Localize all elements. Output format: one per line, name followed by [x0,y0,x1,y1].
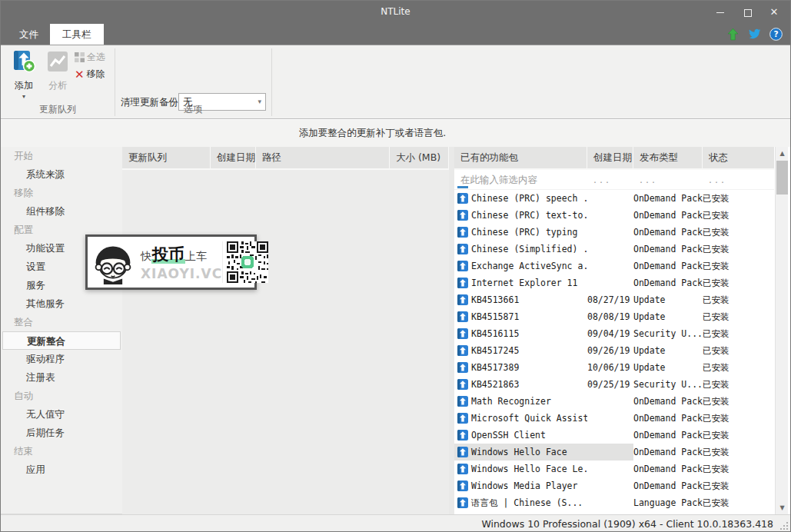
svg-text:?: ? [773,29,778,39]
group-label-options: 选项 [115,103,271,116]
filter-status[interactable]: . . . [703,170,774,190]
sidebar-item[interactable]: 系统来源 [1,165,122,184]
pack-status: 已安装 [703,207,774,224]
update-check-icon[interactable] [726,28,739,41]
sidebar-section-3: 整合 [1,313,122,331]
package-update-icon [457,227,468,238]
remove-button[interactable]: ✕移除 [75,68,105,83]
resize-grip[interactable] [779,521,789,530]
filter-date[interactable]: . . . [587,170,633,190]
feature-pack-row[interactable]: KB451366108/27/19Update已安装 [454,291,774,308]
add-dropdown-arrow-icon: ▾ [7,94,41,100]
scrollbar-thumb[interactable] [776,161,788,195]
col-size-mb[interactable]: 大小 (MB) [390,147,449,168]
feature-pack-row[interactable]: KB452186309/25/19Security U...已安装 [454,376,774,393]
pack-name: KB4513661 [454,291,587,308]
pack-status: 已安装 [703,342,774,359]
package-update-icon [457,210,468,221]
maximize-button[interactable] [736,4,759,21]
tab-file[interactable]: 文件 [7,24,51,45]
feature-pack-row[interactable]: Math RecognizerOnDemand Pack已安装 [454,393,774,410]
feature-pack-row[interactable]: Chinese (PRC) typingOnDemand Pack已安装 [454,224,774,241]
filter-type[interactable]: . . . [633,170,703,190]
pack-name: Internet Explorer 11 [454,274,587,291]
pack-status: 已安装 [703,461,774,477]
pack-date [587,274,633,291]
pack-date: 10/06/19 [587,359,633,376]
group-label-update-queue: 更新队列 [1,103,115,116]
feature-pack-row[interactable]: Windows Hello Face Le...OnDemand Pack已安装 [454,461,774,477]
sidebar-item[interactable]: 驱动程序 [1,350,122,368]
col-existing-packs[interactable]: 已有的功能包 [454,147,587,168]
feature-packs-panel: 已有的功能包 创建日期 发布类型 状态 在此输入筛选内容 . . . . . .… [454,147,791,514]
feature-pack-row[interactable]: KB451587108/08/19Update已安装 [454,308,774,325]
feature-pack-row[interactable]: Windows Media PlayerOnDemand Pack已安装 [454,477,774,494]
analyze-chart-icon [45,49,70,74]
feature-pack-row[interactable]: Exchange ActiveSync a...OnDemand Pack已安装 [454,258,774,274]
pack-name: Windows Hello Face Le... [454,461,587,477]
feature-pack-row[interactable]: 语言包 | Chinese (S...Language Pack已安装 [454,494,774,511]
pack-date [587,444,633,461]
sidebar-item[interactable]: 组件移除 [1,202,122,221]
pack-type: Update [633,308,703,325]
scroll-up-icon[interactable]: ▲ [776,147,789,160]
sidebar-item[interactable]: 更新整合 [2,331,121,350]
feature-pack-row[interactable]: Chinese (Simplified) ...OnDemand Pack已安装 [454,241,774,258]
feature-pack-row[interactable]: Chinese (PRC) text-to...OnDemand Pack已安装 [454,207,774,224]
sidebar-section-4: 自动 [1,387,122,405]
sidebar-item[interactable]: 应用 [1,461,122,479]
sidebar-item[interactable]: 其他服务 [1,294,122,313]
scroll-down-icon[interactable]: ▼ [776,501,789,514]
sidebar-section-1: 移除 [1,184,122,202]
help-icon[interactable]: ? [769,28,783,41]
pack-name: Microsoft Quick Assist [454,410,587,427]
package-update-icon [457,497,468,508]
pack-date [587,393,633,410]
feature-pack-row[interactable]: Internet Explorer 11OnDemand Pack已安装 [454,274,774,291]
twitter-icon[interactable] [748,28,761,41]
sidebar-item[interactable]: 无人值守 [1,405,122,424]
feature-pack-row[interactable]: KB451724509/26/19Update已安装 [454,342,774,359]
pack-date: 09/26/19 [587,342,633,359]
pack-status: 已安装 [703,308,774,325]
pack-date [587,224,633,241]
pack-name: Chinese (PRC) typing [454,224,587,241]
pack-date [587,427,633,444]
feature-pack-row[interactable]: Windows Hello FaceOnDemand Pack已安装 [454,444,774,461]
feature-pack-row[interactable]: Microsoft Quick AssistOnDemand Pack已安装 [454,410,774,427]
col-path[interactable]: 路径 [256,147,390,168]
pack-date: 09/25/19 [587,376,633,393]
pack-type: OnDemand Pack [633,427,703,444]
minimize-button[interactable] [709,4,732,21]
pack-name: KB4515871 [454,308,587,325]
feature-pack-row[interactable]: OpenSSH ClientOnDemand Pack已安装 [454,427,774,444]
sidebar-item[interactable]: 注册表 [1,368,122,387]
pack-status: 已安装 [703,224,774,241]
col-status[interactable]: 状态 [703,147,774,168]
feature-pack-row[interactable]: KB451738910/06/19Update已安装 [454,359,774,376]
col-release-type[interactable]: 发布类型 [633,147,703,168]
feature-pack-row[interactable]: Chinese (PRC) speech ...OnDemand Pack已安装 [454,190,774,207]
sidebar-item[interactable]: 后期任务 [1,424,122,442]
pack-status: 已安装 [703,477,774,494]
pack-name: OpenSSH Client [454,427,587,444]
pack-type: Update [633,359,703,376]
pack-status: 已安装 [703,258,774,274]
panel-splitter[interactable] [449,147,454,514]
pack-type: OnDemand Pack [633,461,703,477]
add-button[interactable]: 添加 ▾ [7,49,41,100]
vertical-scrollbar[interactable]: ▲ ▼ [775,147,788,514]
filter-input[interactable]: 在此输入筛选内容 [454,170,587,190]
feature-pack-list: Chinese (PRC) speech ...OnDemand Pack已安装… [454,190,774,511]
pack-type: OnDemand Pack [633,410,703,427]
info-bar: 添加要整合的更新补丁或者语言包. [1,120,790,147]
close-button[interactable]: ✕ [763,4,786,21]
pack-name: Chinese (PRC) text-to... [454,207,587,224]
col-created-date[interactable]: 创建日期 [211,147,256,168]
col-update-queue[interactable]: 更新队列 [122,147,211,168]
pack-date [587,190,633,207]
col-pack-date[interactable]: 创建日期 [587,147,633,168]
pack-date [587,207,633,224]
tab-toolbar[interactable]: 工具栏 [50,24,104,45]
feature-pack-row[interactable]: KB451611509/04/19Security U...已安装 [454,325,774,342]
